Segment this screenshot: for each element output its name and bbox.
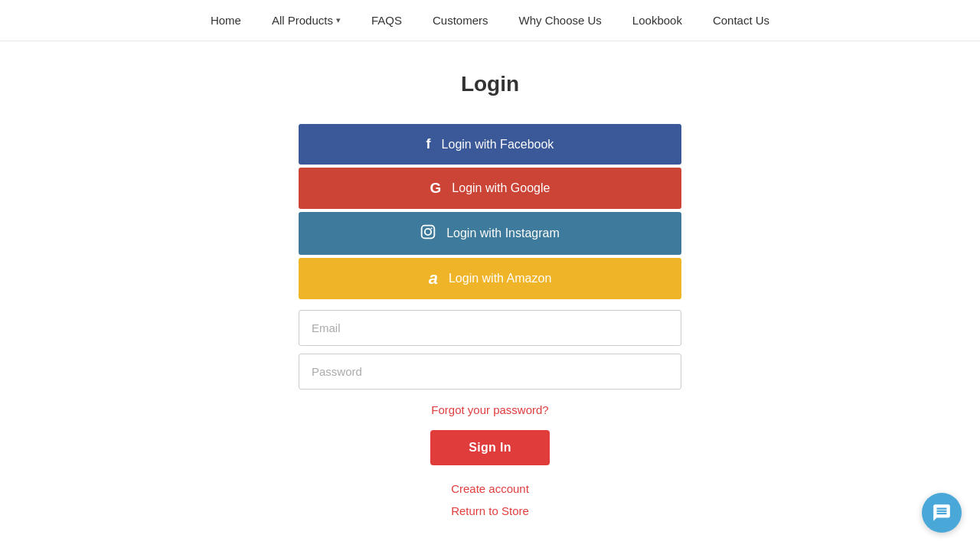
amazon-icon: a xyxy=(429,270,438,287)
nav-contact-us[interactable]: Contact Us xyxy=(713,14,769,27)
login-amazon-button[interactable]: a Login with Amazon xyxy=(299,258,681,299)
create-account-link[interactable]: Create account xyxy=(299,482,681,495)
nav-why-choose-us[interactable]: Why Choose Us xyxy=(518,14,601,27)
login-google-button[interactable]: G Login with Google xyxy=(299,168,681,209)
page-container: Login f Login with Facebook G Login with… xyxy=(0,41,980,551)
nav-lookbook[interactable]: Lookbook xyxy=(632,14,682,27)
return-to-store-link[interactable]: Return to Store xyxy=(299,504,681,517)
forgot-password-link[interactable]: Forgot your password? xyxy=(299,403,681,416)
login-facebook-label: Login with Facebook xyxy=(442,138,554,152)
login-instagram-button[interactable]: Login with Instagram xyxy=(299,212,681,255)
nav-home[interactable]: Home xyxy=(211,14,241,27)
login-facebook-button[interactable]: f Login with Facebook xyxy=(299,124,681,165)
svg-point-1 xyxy=(425,229,431,235)
login-form: f Login with Facebook G Login with Googl… xyxy=(299,124,681,517)
facebook-icon: f xyxy=(426,136,431,152)
chat-icon xyxy=(932,503,952,523)
nav-faqs[interactable]: FAQS xyxy=(371,14,402,27)
main-nav: Home All Products ▾ FAQS Customers Why C… xyxy=(0,0,980,41)
chevron-down-icon: ▾ xyxy=(336,15,341,25)
google-icon: G xyxy=(430,180,442,197)
nav-customers[interactable]: Customers xyxy=(433,14,488,27)
instagram-icon xyxy=(420,224,436,243)
svg-point-2 xyxy=(431,227,433,229)
password-input[interactable] xyxy=(299,354,681,390)
login-instagram-label: Login with Instagram xyxy=(446,227,560,240)
login-amazon-label: Login with Amazon xyxy=(449,272,551,285)
svg-rect-0 xyxy=(422,226,435,239)
nav-all-products[interactable]: All Products ▾ xyxy=(272,14,341,27)
email-input[interactable] xyxy=(299,310,681,346)
page-title: Login xyxy=(461,72,519,96)
login-google-label: Login with Google xyxy=(452,181,550,195)
sign-in-button[interactable]: Sign In xyxy=(430,430,549,465)
chat-bubble-button[interactable] xyxy=(922,493,962,533)
